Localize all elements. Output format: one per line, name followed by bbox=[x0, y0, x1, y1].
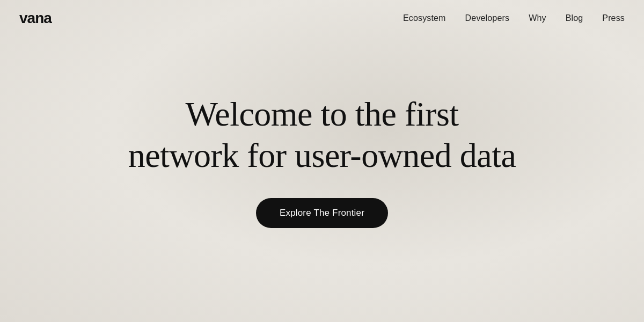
site-logo[interactable]: vana bbox=[19, 10, 52, 27]
nav-item-ecosystem[interactable]: Ecosystem bbox=[403, 13, 446, 23]
nav-item-press[interactable]: Press bbox=[602, 13, 625, 23]
hero-title: Welcome to the first network for user-ow… bbox=[128, 94, 516, 177]
page-background: vana Ecosystem Developers Why Blog Press… bbox=[0, 0, 644, 322]
cta-button[interactable]: Explore The Frontier bbox=[256, 198, 388, 228]
nav-item-why[interactable]: Why bbox=[529, 13, 546, 23]
nav-item-blog[interactable]: Blog bbox=[566, 13, 583, 23]
hero-section: Welcome to the first network for user-ow… bbox=[0, 0, 644, 322]
nav-item-developers[interactable]: Developers bbox=[465, 13, 510, 23]
main-nav: Ecosystem Developers Why Blog Press bbox=[403, 13, 625, 23]
site-header: vana Ecosystem Developers Why Blog Press bbox=[0, 0, 644, 36]
